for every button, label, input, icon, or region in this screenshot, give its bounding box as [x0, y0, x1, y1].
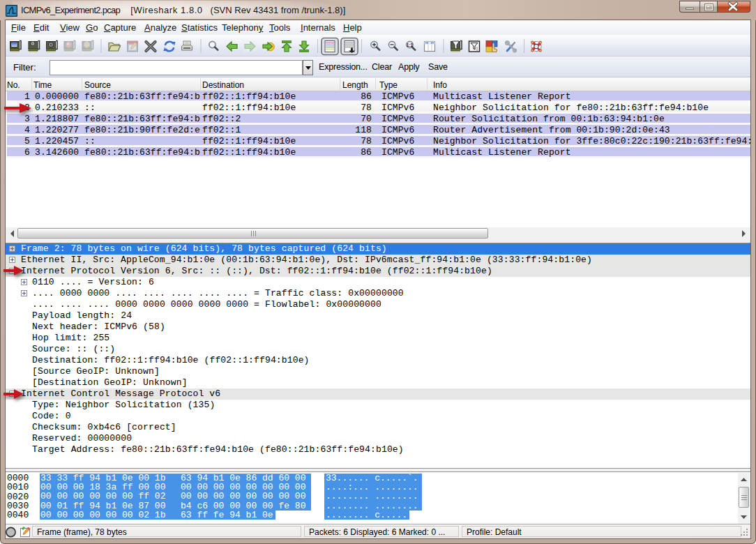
- svg-text:1:1: 1:1: [407, 43, 414, 47]
